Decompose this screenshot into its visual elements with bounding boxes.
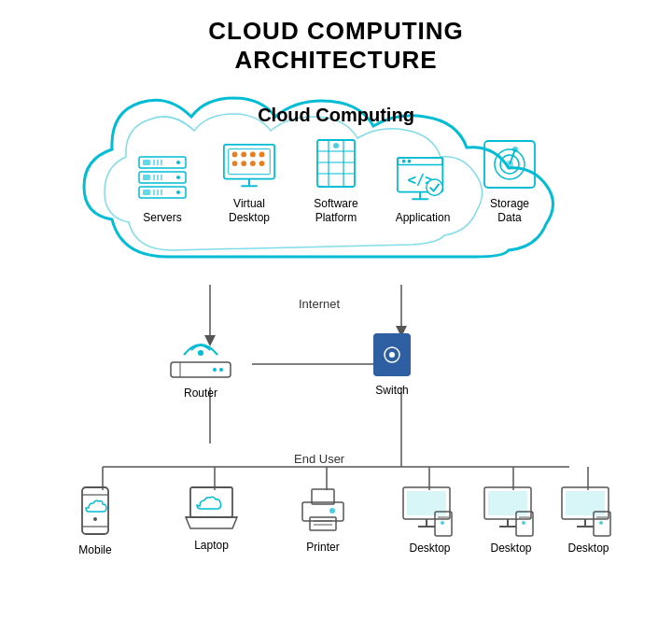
mobile-icon: [77, 485, 114, 540]
storage-data-label: StorageData: [490, 197, 529, 224]
svg-rect-13: [143, 190, 150, 195]
svg-point-5: [176, 161, 180, 164]
printer-label: Printer: [306, 541, 339, 554]
svg-point-27: [259, 161, 265, 166]
svg-point-91: [441, 521, 444, 525]
svg-point-84: [329, 508, 335, 513]
svg-rect-80: [302, 502, 343, 521]
laptop-device: Laptop: [181, 484, 242, 552]
page-title: CLOUD COMPUTING ARCHITECTURE: [208, 0, 464, 75]
svg-point-98: [522, 521, 525, 525]
desktop-device-2: Desktop: [481, 484, 541, 555]
desktop-3-icon: [558, 484, 619, 538]
software-platform-label: SoftwarePlatform: [314, 197, 357, 224]
svg-text:Internet: Internet: [299, 297, 340, 311]
router-device: Router: [163, 336, 238, 400]
router-icon: [163, 336, 238, 383]
svg-point-21: [241, 151, 246, 157]
svg-rect-77: [190, 487, 232, 517]
application-label: Application: [396, 211, 451, 224]
svg-point-25: [241, 161, 246, 166]
cloud-item-software-platform: SoftwarePlatform: [301, 137, 371, 224]
svg-point-26: [250, 161, 256, 166]
software-platform-icon: [308, 137, 364, 193]
cloud-item-storage-data: StorageData: [475, 137, 545, 224]
svg-point-23: [259, 151, 265, 157]
svg-rect-1: [143, 160, 150, 165]
cloud-title: Cloud Computing: [258, 105, 414, 126]
svg-point-76: [93, 517, 97, 521]
svg-point-36: [333, 143, 339, 148]
svg-point-20: [232, 151, 238, 157]
desktop-device-1: Desktop: [399, 484, 460, 555]
laptop-label: Laptop: [194, 539, 229, 552]
storage-data-icon: [482, 137, 538, 193]
virtual-desktop-icon: [221, 137, 277, 193]
cloud-item-servers: Servers: [128, 151, 198, 224]
mobile-label: Mobile: [78, 543, 111, 556]
laptop-icon: [181, 484, 242, 535]
svg-point-11: [176, 176, 180, 179]
printer-icon: [295, 485, 351, 537]
servers-icon: [134, 151, 190, 207]
desktop-label-1: Desktop: [409, 542, 450, 555]
switch-icon: [364, 329, 420, 380]
desktop-label-3: Desktop: [567, 542, 609, 555]
desktop-label-2: Desktop: [490, 542, 531, 555]
desktop-device-3: Desktop: [558, 484, 619, 555]
svg-rect-81: [310, 517, 336, 530]
cloud-item-virtual-desktop: VirtualDesktop: [215, 137, 285, 224]
svg-point-105: [599, 521, 603, 525]
switch-device: Switch: [364, 329, 420, 397]
svg-rect-18: [224, 145, 274, 179]
svg-point-72: [389, 352, 395, 358]
switch-label: Switch: [375, 384, 408, 397]
cloud-computing-section: Cloud Computing: [65, 84, 607, 280]
network-diagram: Internet End User: [19, 280, 653, 579]
svg-point-68: [213, 368, 217, 372]
svg-point-39: [402, 160, 406, 163]
cloud-items: Servers: [128, 137, 545, 224]
printer-device: Printer: [295, 485, 351, 554]
svg-point-24: [232, 161, 238, 166]
cloud-item-application: </> Application: [388, 151, 458, 224]
router-label: Router: [184, 387, 217, 400]
svg-rect-7: [143, 175, 150, 180]
servers-label: Servers: [143, 211, 181, 224]
svg-point-17: [176, 190, 180, 194]
svg-point-40: [408, 160, 412, 163]
virtual-desktop-label: VirtualDesktop: [229, 197, 270, 224]
application-icon: </>: [395, 151, 451, 207]
mobile-device: Mobile: [77, 485, 114, 556]
svg-point-50: [512, 147, 518, 152]
desktop-2-icon: [481, 484, 541, 538]
svg-point-42: [427, 179, 442, 195]
desktop-1-icon: [399, 484, 460, 538]
svg-point-65: [198, 350, 203, 356]
svg-text:End User: End User: [294, 452, 345, 466]
svg-point-69: [219, 368, 223, 372]
svg-point-22: [250, 151, 256, 157]
